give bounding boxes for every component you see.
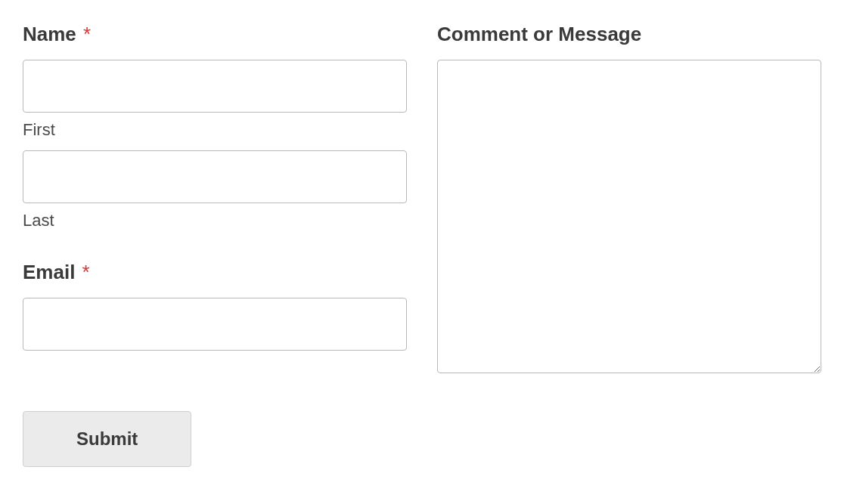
last-name-subfield: Last <box>23 150 407 230</box>
first-name-input[interactable] <box>23 60 407 113</box>
contact-form: Name * First Last Email * Submit Comm <box>23 23 821 467</box>
email-field-group: Email * <box>23 261 407 351</box>
email-label: Email * <box>23 261 407 284</box>
comment-textarea[interactable] <box>437 60 821 373</box>
last-name-sublabel: Last <box>23 211 407 230</box>
name-label-text: Name <box>23 23 76 45</box>
comment-label: Comment or Message <box>437 23 821 46</box>
first-name-subfield: First <box>23 60 407 140</box>
left-column: Name * First Last Email * Submit <box>23 23 407 467</box>
right-column: Comment or Message <box>437 23 821 467</box>
email-input[interactable] <box>23 298 407 351</box>
submit-button[interactable]: Submit <box>23 411 191 467</box>
email-label-text: Email <box>23 261 75 283</box>
name-label: Name * <box>23 23 407 46</box>
name-field-group: Name * First Last <box>23 23 407 230</box>
comment-field-group: Comment or Message <box>437 23 821 376</box>
first-name-sublabel: First <box>23 120 407 140</box>
comment-label-text: Comment or Message <box>437 23 641 45</box>
last-name-input[interactable] <box>23 150 407 203</box>
required-indicator: * <box>83 23 91 45</box>
required-indicator: * <box>82 261 90 283</box>
